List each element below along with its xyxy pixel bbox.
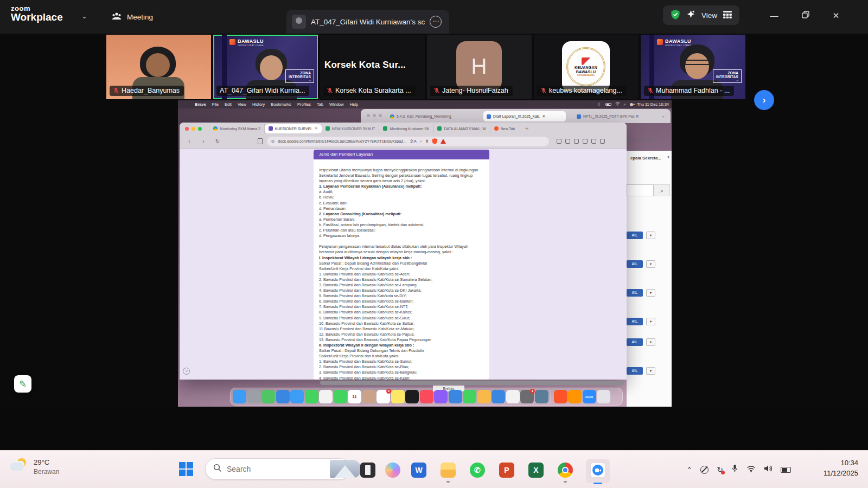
- menubar-item-tab[interactable]: Tab: [317, 102, 323, 107]
- menubar-item-history[interactable]: History: [252, 102, 265, 107]
- new-tab-plus-icon[interactable]: ＋: [524, 125, 529, 132]
- dock-photos-icon[interactable]: [319, 390, 333, 403]
- zoom-page-icon[interactable]: ⌕: [420, 139, 422, 144]
- dock-zoom-icon[interactable]: zoom: [583, 390, 596, 403]
- restore-button[interactable]: [796, 8, 815, 24]
- taskbar-word-icon[interactable]: W: [411, 463, 426, 478]
- traffic-lights[interactable]: [185, 127, 202, 131]
- dock-brave-icon[interactable]: [554, 390, 567, 403]
- new-tab-plus-icon[interactable]: ＋: [658, 111, 668, 121]
- mail-button[interactable]: AIL: [627, 232, 643, 239]
- mail-dropdown[interactable]: ▼: [646, 367, 655, 375]
- active-window-tab[interactable]: AT_047_Gifari Widi Kurniawan's sc ⋯: [286, 10, 449, 34]
- taskbar-file-explorer-icon[interactable]: [441, 463, 456, 478]
- menubar-clock[interactable]: Thu 11 Dec 10.34: [637, 102, 669, 107]
- dock-maps-icon[interactable]: [261, 390, 275, 403]
- spotlight-search-icon[interactable]: ⌕: [624, 102, 626, 107]
- share-page-icon[interactable]: ⬆: [425, 139, 429, 144]
- tab-more-options-icon[interactable]: ⋯: [430, 16, 442, 28]
- back-icon[interactable]: ‹: [185, 138, 194, 144]
- help-icon[interactable]: ?: [183, 368, 190, 375]
- reload-icon[interactable]: ↻: [213, 138, 222, 144]
- bookmark-icon[interactable]: [258, 138, 263, 144]
- background-browser-window[interactable]: 5.4.3. Kab. Pemalang_Monitoring Draft La…: [361, 109, 671, 123]
- dock-podcasts-icon[interactable]: [434, 390, 448, 403]
- dock-vlc-icon[interactable]: [568, 390, 582, 403]
- ai-sparkle-icon[interactable]: [686, 10, 695, 21]
- wifi-icon[interactable]: [615, 102, 620, 107]
- dock-launchpad-icon[interactable]: [247, 390, 261, 403]
- close-button[interactable]: ✕: [827, 8, 845, 24]
- forward-icon[interactable]: ›: [199, 138, 208, 144]
- user-account-icon[interactable]: [630, 103, 633, 106]
- tray-battery-icon[interactable]: [781, 467, 791, 473]
- participant-tile-gifari-active-speaker[interactable]: BAWASLU INSPEKTORAT UTAMA ZONA INTEGRITA…: [213, 35, 318, 99]
- tray-chevron-up-icon[interactable]: ⌃: [686, 466, 692, 474]
- dock-calendar-icon[interactable]: 11: [348, 390, 361, 403]
- minimize-window-dot[interactable]: [192, 127, 195, 131]
- dock-mail-icon[interactable]: [290, 390, 304, 403]
- background-tab-draft-laporan[interactable]: Draft Laporan_IX.2025_Kab. ✕: [483, 111, 566, 121]
- extension-icons[interactable]: [557, 139, 605, 144]
- menubar-item-file[interactable]: File: [212, 102, 219, 107]
- dock-safari-icon[interactable]: [276, 390, 290, 403]
- caret-down-icon[interactable]: ▼: [667, 156, 670, 159]
- brave-shield-icon[interactable]: 1: [432, 138, 437, 144]
- dock-numbers-icon[interactable]: [463, 390, 476, 403]
- taskbar-clock[interactable]: 10:34 11/12/2025: [824, 458, 858, 478]
- url-bar[interactable]: ⊙ docs.google.com/forms/d/e/1FAIpQLSeC2B…: [267, 137, 549, 146]
- workspace-chevron-down-icon[interactable]: ⌄: [81, 12, 87, 20]
- url-text[interactable]: docs.google.com/forms/d/e/1FAIpQLSeC2Buv…: [278, 139, 406, 143]
- dock-app-store-icon[interactable]: [492, 390, 505, 403]
- side-window[interactable]: epala Sekreta... ▼ ⌕ AIL▼ AIL▼ AIL▼ AIL▼…: [627, 151, 672, 407]
- mail-dropdown[interactable]: ▼: [646, 338, 655, 346]
- search-input[interactable]: [227, 465, 325, 473]
- dock-messages-icon[interactable]: [305, 390, 318, 403]
- dnd-moon-icon[interactable]: ☾: [598, 102, 602, 107]
- taskbar-search[interactable]: [205, 458, 350, 480]
- close-tab-icon[interactable]: ✕: [315, 126, 318, 131]
- dock-keynote-icon[interactable]: [449, 390, 462, 403]
- mail-dropdown[interactable]: ▼: [646, 289, 655, 297]
- mail-button[interactable]: AIL: [627, 367, 643, 375]
- browser-tab-monitoring-skm[interactable]: Monitoring SKM Ittama 2: [209, 124, 265, 133]
- menubar-item-brave[interactable]: Brave: [195, 102, 206, 107]
- dock-time-machine-icon[interactable]: [535, 390, 548, 403]
- browser-tab-monitoring-kuisioner[interactable]: Monitoring Kuisioner SK: [379, 124, 433, 133]
- side-search-button[interactable]: ⌕: [654, 184, 670, 196]
- dock-music-icon[interactable]: [420, 390, 433, 403]
- participant-tile-korsek[interactable]: Korsek Kota Sur... Korsek Kota Surakarta…: [320, 35, 425, 99]
- mail-dropdown[interactable]: ▼: [646, 318, 655, 325]
- dock-trash-icon[interactable]: [597, 390, 610, 403]
- taskbar-powerpoint-icon[interactable]: P: [499, 463, 514, 478]
- close-window-dot[interactable]: [185, 127, 189, 131]
- tray-wifi-icon[interactable]: [746, 465, 756, 474]
- participant-tile-husnulfaizah[interactable]: H Jateng- HusnulFaizah: [427, 35, 532, 99]
- browser-tab-newtab[interactable]: New Tab: [490, 124, 519, 133]
- mail-dropdown[interactable]: ▼: [646, 260, 655, 268]
- mail-button[interactable]: AIL: [627, 289, 643, 297]
- next-participants-page-button[interactable]: ›: [754, 90, 774, 110]
- browser-tab-data-alamat[interactable]: DATA ALAMAT EMAIL, W: [433, 124, 490, 133]
- start-button[interactable]: [179, 462, 194, 477]
- mail-dropdown[interactable]: ▼: [646, 232, 655, 239]
- background-tab-nptl[interactable]: NPTL_XI.2025_PDTT BPK Per. R: [573, 111, 655, 121]
- sync-icon[interactable]: ↻: [717, 465, 723, 474]
- menubar-item-edit[interactable]: Edit: [225, 102, 232, 107]
- mail-button[interactable]: AIL: [627, 260, 643, 268]
- browser-tab-kuesioner-active[interactable]: KUESIONER SURVEI✕: [265, 124, 322, 133]
- menubar-item-profiles[interactable]: Profiles: [297, 102, 311, 107]
- dock-contacts-icon[interactable]: [362, 390, 376, 403]
- dock-settings-icon[interactable]: 1: [520, 390, 534, 403]
- taskbar-chrome-icon[interactable]: [558, 463, 573, 478]
- participant-tile-keubws[interactable]: KEUANGAN BAWASLU KOTA MAGELANG keubws ko…: [534, 35, 639, 99]
- background-tab-pemalang[interactable]: 5.4.3. Kab. Pemalang_Monitoring: [387, 111, 478, 121]
- menubar-item-bookmarks[interactable]: Bookmarks: [271, 102, 291, 107]
- site-info-icon[interactable]: ⊙: [271, 139, 275, 144]
- mail-button[interactable]: AIL: [627, 338, 643, 346]
- tab-meeting[interactable]: Meeting: [111, 8, 153, 26]
- menubar-item-help[interactable]: Help: [350, 102, 358, 107]
- dock-facetime-icon[interactable]: [334, 390, 347, 403]
- annotation-pencil-button[interactable]: ✎: [14, 375, 31, 393]
- mail-button[interactable]: AIL: [627, 318, 643, 325]
